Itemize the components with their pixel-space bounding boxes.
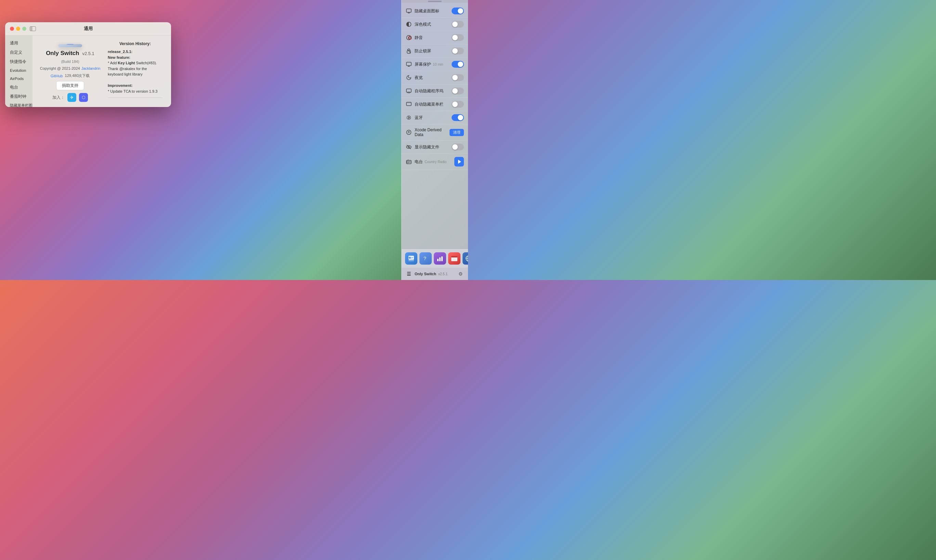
github-row: GitHub 129,480次下载: [51, 73, 90, 78]
dock-app-2[interactable]: ?: [419, 252, 432, 265]
monitor-icon: [406, 8, 412, 14]
setting-xcode: Xcode Derived Data 清理: [402, 125, 468, 140]
sidebar-item-tomato[interactable]: 番茄时钟: [6, 92, 31, 101]
join-row: 加入： ✈ ⬡: [52, 93, 88, 102]
main-window: 通用 通用 自定义 快捷指令 Evolution AirPods 电台 番茄时钟…: [5, 22, 171, 107]
autohide-menubar-label: 自动隐藏菜单栏: [415, 102, 449, 107]
dark-mode-toggle[interactable]: [452, 21, 464, 28]
screensaver-icon: [406, 61, 412, 67]
hidden-files-toggle[interactable]: [452, 144, 464, 151]
radio-sublabel: Country Radio: [424, 160, 446, 164]
window-title: 通用: [84, 26, 93, 32]
vh-section-250: release_2.5.0: New features: * Add Apple…: [108, 100, 162, 102]
app-dock: ?: [402, 249, 468, 267]
sidebar-item-airpods[interactable]: AirPods: [6, 75, 31, 82]
mute-icon: 🔇: [406, 35, 412, 41]
hidden-files-icon: [406, 144, 412, 150]
setting-hidden-files: 显示隐藏文件: [402, 140, 468, 154]
menu-icon: ☰: [406, 271, 412, 277]
maximize-button[interactable]: [22, 27, 26, 31]
settings-bottom-bar: ☰ Only Switch v2.5.1 ⚙: [402, 267, 468, 280]
setting-dark-mode: 深色模式: [402, 18, 468, 31]
svg-rect-28: [411, 257, 413, 258]
setting-autohide-menubar: 自动隐藏菜单栏: [402, 98, 468, 111]
bluetooth-icon: [406, 115, 412, 121]
icon-toggle-off: [65, 47, 75, 48]
sidebar-item-hide-menu[interactable]: 隐藏菜单栏图标: [6, 102, 31, 107]
radio-play-button[interactable]: [454, 157, 464, 166]
night-shift-toggle[interactable]: [452, 74, 464, 81]
setting-autohide-dock: 自动隐藏程序坞: [402, 85, 468, 98]
settings-items-list: 隐藏桌面图标 深色模式 🔇 静音: [402, 3, 468, 249]
autohide-dock-icon: [406, 88, 412, 94]
mute-label: 静音: [415, 35, 449, 41]
vh-title: Version History:: [108, 41, 162, 47]
setting-bluetooth: 蓝牙: [402, 111, 468, 125]
dock-app-4[interactable]: [448, 252, 461, 265]
main-content-area: Only Switch v2.5.1 (Build 184) Copyright…: [32, 35, 171, 107]
setting-night-shift: 夜览: [402, 71, 468, 85]
svg-text:🔇: 🔇: [408, 35, 412, 40]
app-version: v2.5.1: [82, 51, 94, 56]
window-titlebar: 通用: [5, 22, 171, 35]
github-link[interactable]: GitHub: [51, 74, 63, 78]
traffic-lights: [10, 27, 26, 31]
svg-rect-29: [411, 258, 413, 259]
setting-radio: 电台 Country Radio: [402, 154, 468, 170]
version-history[interactable]: Version History: release_2.5.1: New feat…: [108, 41, 164, 102]
minimize-button[interactable]: [16, 27, 20, 31]
sidebar-toggle-button[interactable]: [30, 26, 36, 31]
settings-gear-button[interactable]: ⚙: [457, 271, 464, 277]
author-link[interactable]: Jacklandrin: [82, 66, 100, 71]
prevent-lock-icon: [406, 48, 412, 54]
screensaver-sublabel: 10 min: [433, 63, 443, 66]
sidebar-item-radio[interactable]: 电台: [6, 83, 31, 92]
discord-icon[interactable]: ⬡: [79, 93, 88, 102]
svg-text:?: ?: [424, 256, 426, 261]
hide-desktop-label: 隐藏桌面图标: [415, 8, 449, 14]
donate-button[interactable]: 捐助支持: [56, 81, 84, 90]
settings-handle: [428, 1, 442, 2]
screensaver-toggle[interactable]: [452, 61, 464, 68]
sidebar-item-general[interactable]: 通用: [6, 39, 31, 48]
telegram-icon[interactable]: ✈: [67, 93, 76, 102]
prevent-lock-label: 防止锁屏: [415, 48, 449, 54]
xcode-label: Xcode Derived Data: [415, 128, 447, 137]
setting-hide-desktop: 隐藏桌面图标: [402, 5, 468, 18]
prevent-lock-toggle[interactable]: [452, 48, 464, 54]
github-downloads: 129,480次下载: [65, 73, 90, 78]
xcode-clean-button[interactable]: 清理: [450, 129, 464, 136]
autohide-dock-toggle[interactable]: [452, 88, 464, 94]
settings-panel: 隐藏桌面图标 深色模式 🔇 静音: [401, 0, 468, 280]
sidebar-item-customize[interactable]: 自定义: [6, 48, 31, 57]
sidebar-item-shortcuts[interactable]: 快捷指令: [6, 57, 31, 66]
svg-rect-33: [439, 257, 441, 261]
hidden-files-label: 显示隐藏文件: [415, 144, 449, 150]
dark-mode-icon: [406, 21, 412, 27]
hide-desktop-toggle[interactable]: [452, 8, 464, 14]
copyright-row: Copyright @ 2021-2024 Jacklandrin: [40, 66, 100, 71]
dock-app-1[interactable]: [405, 252, 417, 265]
autohide-menubar-icon: [406, 101, 412, 107]
settings-top-bar: [402, 0, 468, 3]
vh-section-251: release_2.5.1: New feature: * Add Key Li…: [108, 49, 162, 94]
icon-toggle-on: [65, 44, 75, 45]
xcode-icon: [406, 129, 412, 135]
autohide-menubar-toggle[interactable]: [452, 101, 464, 108]
dock-app-3[interactable]: [434, 252, 446, 265]
svg-rect-0: [406, 9, 411, 12]
sidebar: 通用 自定义 快捷指令 Evolution AirPods 电台 番茄时钟 隐藏…: [5, 35, 32, 107]
sidebar-item-evolution[interactable]: Evolution: [6, 67, 31, 74]
svg-point-27: [409, 257, 411, 259]
mute-toggle[interactable]: [452, 34, 464, 41]
radio-icon: [406, 158, 412, 165]
close-button[interactable]: [10, 27, 14, 31]
dock-app-5[interactable]: [463, 252, 468, 265]
bluetooth-toggle[interactable]: [452, 114, 464, 121]
app-build: (Build 184): [61, 60, 79, 64]
svg-rect-30: [409, 260, 414, 261]
night-shift-icon: [406, 75, 412, 81]
svg-rect-14: [406, 102, 411, 103]
app-name: Only Switch: [46, 50, 79, 57]
svg-rect-36: [451, 256, 457, 257]
